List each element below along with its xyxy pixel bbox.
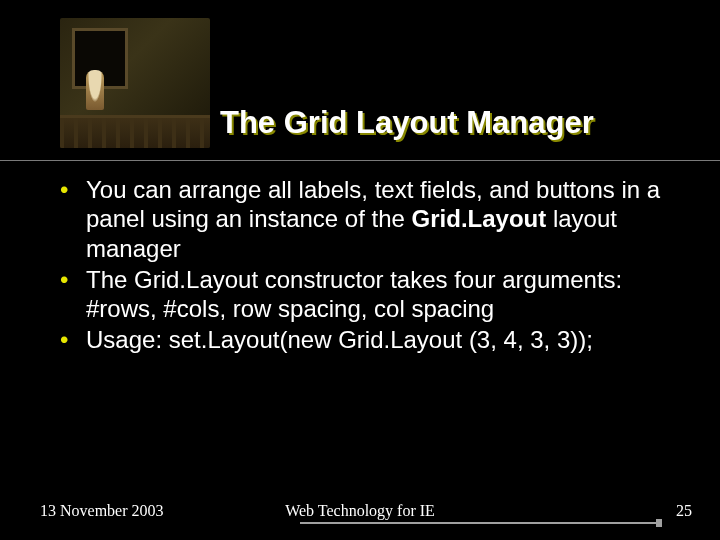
bullet-item: • The Grid.Layout constructor takes four…	[60, 265, 690, 324]
slide-body: • You can arrange all labels, text field…	[60, 175, 690, 357]
bullet-item: • You can arrange all labels, text field…	[60, 175, 690, 263]
bullet-mark: •	[60, 175, 86, 263]
bullet-mark: •	[60, 265, 86, 324]
photo-fence	[60, 115, 210, 148]
footer-page-number: 25	[676, 502, 692, 520]
slide-footer: 13 November 2003 Web Technology for IE 2…	[0, 496, 720, 520]
bullet-bold: Grid.Layout	[412, 205, 547, 232]
bullet-pre: The Grid.Layout constructor takes four a…	[86, 266, 622, 322]
bullet-mark: •	[60, 325, 86, 354]
footer-rule	[300, 522, 660, 524]
slide-title: The Grid Layout Manager	[220, 105, 700, 141]
decorative-photo	[60, 18, 210, 148]
footer-center: Web Technology for IE	[0, 502, 720, 520]
bullet-text: The Grid.Layout constructor takes four a…	[86, 265, 690, 324]
title-rule	[0, 160, 720, 161]
slide: The Grid Layout Manager • You can arrang…	[0, 0, 720, 540]
bullet-text: Usage: set.Layout(new Grid.Layout (3, 4,…	[86, 325, 690, 354]
bullet-text: You can arrange all labels, text fields,…	[86, 175, 690, 263]
bullet-item: • Usage: set.Layout(new Grid.Layout (3, …	[60, 325, 690, 354]
bullet-pre: Usage: set.Layout(new Grid.Layout (3, 4,…	[86, 326, 593, 353]
